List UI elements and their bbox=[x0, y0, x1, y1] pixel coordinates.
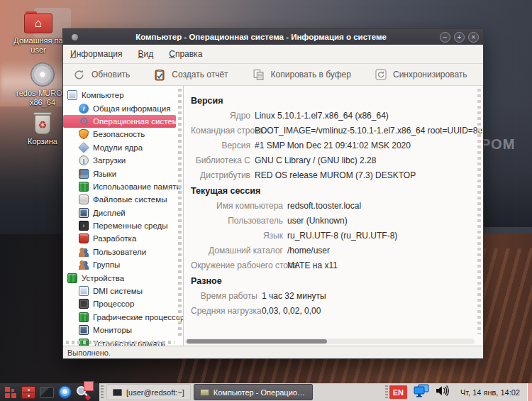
section-title: Разное bbox=[191, 276, 473, 286]
toolbar-label: Создать отчёт bbox=[172, 70, 228, 79]
terminal-launcher-icon[interactable] bbox=[40, 387, 54, 398]
close-button[interactable]: × bbox=[468, 32, 479, 43]
sidebar-item[interactable]: Графические процессор bbox=[63, 311, 183, 324]
cpu-icon bbox=[79, 299, 89, 309]
copy-to-clipboard-button[interactable]: Копировать в буфер bbox=[253, 69, 351, 81]
content-horizontal-scrollbar[interactable] bbox=[185, 339, 475, 344]
sidebar-item-label: Разработка bbox=[93, 234, 136, 243]
desktop-icon-home[interactable]: ⌂ Домашняя па user bbox=[10, 11, 67, 55]
sidebar-item-label: Использование памяти bbox=[93, 182, 181, 191]
field-value: /home/user bbox=[287, 246, 473, 256]
menu-item-1[interactable]: Вид bbox=[138, 49, 153, 59]
field-value: #1 SMP Mon Dec 21 09:41:02 MSK 2020 bbox=[255, 141, 483, 150]
content-vertical-scrollbar[interactable] bbox=[477, 89, 481, 334]
browser-icon[interactable] bbox=[58, 385, 72, 399]
display-icon bbox=[79, 208, 89, 218]
field-label: Язык bbox=[191, 231, 283, 241]
sidebar-item[interactable]: Разработка bbox=[63, 232, 183, 245]
sidebar-item-label: Операционная система bbox=[93, 117, 176, 126]
refresh-button[interactable]: Обновить bbox=[73, 69, 130, 81]
create-report-button[interactable]: Создать отчёт bbox=[154, 69, 228, 81]
chip-icon bbox=[79, 312, 89, 322]
keyboard-layout-indicator[interactable]: EN bbox=[389, 385, 407, 399]
toolbar-label: Обновить bbox=[92, 70, 130, 79]
info-panel: ВерсияЯдроLinux 5.10.1-1.el7.x86_64 (x86… bbox=[184, 86, 483, 346]
field-value: 1 час 32 минуты bbox=[262, 291, 473, 301]
home-folder-icon: ⌂ bbox=[24, 11, 52, 34]
minimize-button[interactable]: − bbox=[440, 32, 450, 43]
sidebar-item-label: Пользователи bbox=[93, 248, 146, 256]
taskbar-launchers bbox=[0, 383, 99, 401]
sidebar-item[interactable]: |Загрузки bbox=[63, 154, 183, 167]
sidebar-item[interactable]: Процессор bbox=[63, 297, 183, 310]
file-manager-icon[interactable] bbox=[21, 386, 35, 399]
drive-icon bbox=[79, 194, 89, 204]
sidebar-item[interactable]: Группы bbox=[63, 258, 183, 271]
sidebar-item[interactable]: Модули ядра bbox=[63, 141, 183, 154]
sidebar-item[interactable]: Использование памяти bbox=[63, 180, 183, 193]
desktop-icon-label: redos-MUROM bbox=[16, 89, 69, 98]
sidebar-item[interactable]: Файловые системы bbox=[63, 193, 183, 206]
sidebar-item-label: Общая информация bbox=[93, 104, 170, 113]
task-button-terminal[interactable]: [user@redsoft:~] bbox=[106, 384, 191, 400]
sidebar-item[interactable]: iОбщая информация bbox=[63, 101, 183, 114]
statusbar: Выполнено. bbox=[63, 346, 483, 358]
sidebar-item[interactable]: Языки bbox=[63, 167, 183, 180]
volume-icon[interactable] bbox=[436, 385, 450, 400]
field-label: Имя компьютера bbox=[191, 201, 283, 211]
sidebar-item[interactable]: Дисплей bbox=[63, 207, 183, 219]
sidebar-item-label: Процессор bbox=[93, 300, 134, 308]
field-value: Linux 5.10.1-1.el7.x86_64 (x86_64) bbox=[255, 111, 483, 121]
task-button-label: Компьютер - Операционна... bbox=[214, 388, 306, 397]
sidebar-item[interactable]: Устройства bbox=[63, 271, 183, 284]
sidebar-item[interactable]: ›Переменные среды bbox=[63, 219, 183, 232]
field-label: Средняя нагрузка bbox=[191, 306, 257, 316]
sidebar-item[interactable]: DMI системы bbox=[63, 285, 183, 297]
users-icon bbox=[79, 260, 89, 270]
diamond-icon bbox=[78, 142, 89, 153]
tray-drag-handle[interactable] bbox=[385, 385, 388, 399]
sidebar-item[interactable]: Пользователи bbox=[63, 246, 183, 258]
toolbar-label: Копировать в буфер bbox=[271, 70, 351, 79]
terminal-icon: › bbox=[79, 221, 89, 231]
sidebar-item[interactable]: Компьютер bbox=[63, 89, 183, 101]
sync-button[interactable]: Синхронизировать bbox=[375, 69, 467, 80]
terminal-window-icon bbox=[113, 389, 122, 396]
category-tree: КомпьютерiОбщая информация⚙Операционная … bbox=[63, 86, 184, 346]
sidebar-item-label: Мониторы bbox=[93, 326, 132, 334]
field-label: Библиотека C bbox=[191, 155, 250, 165]
show-desktop-button[interactable] bbox=[527, 383, 532, 401]
sidebar-horizontal-scrollbar[interactable] bbox=[66, 341, 174, 344]
section-title: Текущая сессия bbox=[191, 186, 473, 196]
task-button-system-info[interactable]: Компьютер - Операционна... bbox=[194, 384, 313, 400]
panel-drag-handle[interactable] bbox=[101, 385, 104, 399]
field-value: MATE на x11 bbox=[287, 260, 473, 270]
status-text: Выполнено. bbox=[67, 348, 111, 357]
display-icon bbox=[79, 325, 89, 335]
window-menu-icon[interactable] bbox=[72, 34, 78, 40]
titlebar[interactable]: Компьютер - Операционная система - Инфор… bbox=[63, 29, 483, 45]
maximize-button[interactable]: + bbox=[454, 32, 465, 43]
redos-menu-button[interactable] bbox=[4, 386, 17, 399]
field-value: 0,03, 0,02, 0,00 bbox=[262, 306, 473, 316]
sidebar-item[interactable]: ⚙Операционная система bbox=[63, 115, 176, 128]
toolbar: Обновить Создать отчёт Копировать в буфе… bbox=[63, 64, 483, 86]
sidebar-item[interactable]: Безопасность bbox=[63, 128, 183, 141]
sidebar-item-label: Безопасность bbox=[93, 130, 145, 138]
sidebar-item-label: Переменные среды bbox=[93, 221, 168, 230]
sidebar-vertical-scrollbar[interactable] bbox=[178, 89, 182, 337]
users-icon bbox=[79, 247, 89, 257]
clock[interactable]: Чт, 14 янв, 14:02 bbox=[456, 388, 524, 397]
field-label: Окружение рабочего стола bbox=[191, 260, 283, 270]
toolbox-icon bbox=[79, 234, 89, 243]
menu-item-2[interactable]: Справка bbox=[169, 49, 202, 59]
refresh-icon bbox=[73, 69, 85, 81]
sidebar-item[interactable]: Мониторы bbox=[63, 324, 183, 336]
screenshot-applet-icon[interactable] bbox=[84, 381, 94, 391]
menu-item-0[interactable]: Информация bbox=[70, 49, 122, 59]
task-button-label: [user@redsoft:~] bbox=[126, 388, 184, 397]
scrollbar-thumb[interactable] bbox=[187, 339, 327, 344]
displays-icon[interactable] bbox=[413, 384, 430, 400]
field-label: Домашний каталог bbox=[191, 246, 283, 256]
field-value: BOOT_IMAGE=/vmlinuz-5.10.1-1.el7.x86_64 … bbox=[255, 126, 483, 136]
